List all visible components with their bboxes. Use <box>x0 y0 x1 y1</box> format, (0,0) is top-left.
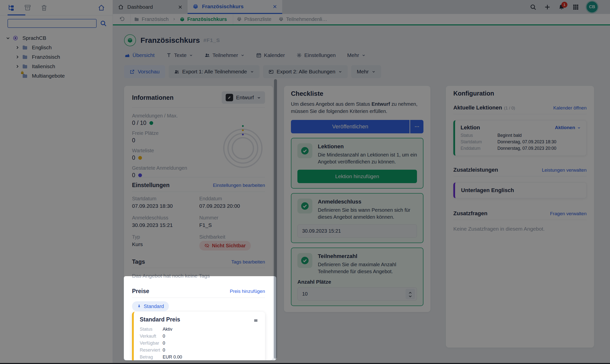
leistungen-verwalten-link[interactable]: Leistungen verwalten <box>542 167 587 173</box>
chevron-down-icon <box>250 70 254 74</box>
tab-kalender[interactable]: Kalender <box>256 52 285 58</box>
tree-item-label: Englisch <box>32 45 52 51</box>
lesson-title: Lektion <box>461 124 480 131</box>
global-search-button[interactable] <box>530 4 537 10</box>
trash-tab[interactable] <box>40 4 48 11</box>
chevron-down-icon <box>241 53 245 57</box>
stepper-down-icon[interactable] <box>408 294 412 297</box>
section-title: Tags <box>132 259 145 265</box>
text-icon <box>166 52 172 58</box>
print-link-praesenzliste[interactable]: Präsenzliste <box>237 16 271 22</box>
tab-texte[interactable]: Texte <box>166 52 193 58</box>
tab-label: Dashboard <box>127 4 174 10</box>
course-code: #F1_S <box>203 37 220 43</box>
add-button[interactable] <box>544 4 551 10</box>
close-icon[interactable] <box>178 5 183 9</box>
chevron-down-icon[interactable] <box>5 36 10 41</box>
price-details: StatusAktiv Verkauft0 Verfügbar0 Reservi… <box>140 327 259 360</box>
print-link-teilnehmendenliste[interactable]: Teilnehmendenli… <box>278 16 327 22</box>
tab-teilnehmer[interactable]: Teilnehmer <box>204 52 245 58</box>
tab-uebersicht[interactable]: Übersicht <box>125 52 155 58</box>
tab-mehr[interactable]: Mehr <box>347 52 366 58</box>
edit-tags-link[interactable]: Tags bearbeiten <box>231 259 265 265</box>
status-label: Entwurf <box>236 95 254 101</box>
vorschau-button[interactable]: Vorschau <box>124 65 165 78</box>
booking-card-icon <box>269 69 274 74</box>
tree-item-englisch[interactable]: Englisch <box>5 43 110 52</box>
chevron-down-icon <box>362 53 366 57</box>
active-tab-underline <box>7 14 25 15</box>
status-dropdown-button[interactable]: Entwurf <box>222 91 265 104</box>
sidebar-home-button[interactable] <box>98 4 105 11</box>
breadcrumb-label: Französischkurs <box>187 16 227 22</box>
tree-item-franzoesisch[interactable]: Französisch <box>5 52 110 62</box>
printer-icon <box>237 17 242 22</box>
veroeffentlichen-button[interactable]: Veröffentlichen <box>291 120 409 133</box>
item-title: Anmeldeschluss <box>318 199 417 205</box>
edit-settings-link[interactable]: Einstellungen bearbeiten <box>213 183 265 188</box>
stat-value: 0 <box>132 155 135 161</box>
breadcrumb-label: Französisch <box>142 16 169 22</box>
field-startdatum: Startdatum 07.09.2023 18:30 <box>132 196 199 209</box>
tree-item-italienisch[interactable]: Italienisch <box>5 62 110 71</box>
tree-item-label: Italienisch <box>32 63 55 69</box>
item-text: Definieren Sie bis wann Personen sich fü… <box>318 207 417 220</box>
divider <box>453 114 587 114</box>
history-back-icon[interactable] <box>119 16 125 22</box>
lektion-hinzufuegen-button[interactable]: Lektion hinzufügen <box>297 170 417 183</box>
anzahl-plaetze-input[interactable] <box>297 287 417 301</box>
search-input[interactable] <box>7 19 97 28</box>
drag-handle-icon[interactable] <box>253 317 259 324</box>
tab-dashboard[interactable]: Dashboard <box>113 0 188 14</box>
apps-grid-button[interactable] <box>572 4 579 10</box>
publish-more-button[interactable] <box>409 120 423 133</box>
chevron-right-icon[interactable] <box>15 64 20 69</box>
pencil-icon <box>226 94 233 101</box>
tree-view-tab[interactable] <box>7 4 15 11</box>
breadcrumb-current[interactable]: Französischkurs <box>180 16 227 22</box>
unterlagen-englisch-card[interactable]: Unterlagen Englisch <box>453 182 587 198</box>
search-button[interactable] <box>100 20 107 27</box>
add-price-link[interactable]: Preis hinzufügen <box>230 289 265 294</box>
close-icon[interactable] <box>272 4 277 9</box>
window-tab-bar: Dashboard Französischkurs 1 CB <box>113 0 610 14</box>
item-title: Lektionen <box>318 143 417 150</box>
export2-button[interactable]: Export 2: Alle Buchungen <box>263 65 348 78</box>
notification-badge: 1 <box>561 2 567 8</box>
chevron-right-icon[interactable] <box>15 54 20 59</box>
organization-icon <box>12 35 18 41</box>
button-label: Export 1: Alle Teilnehmende <box>182 69 247 75</box>
tab-einstellungen[interactable]: Einstellungen <box>296 52 336 58</box>
breadcrumb-divider <box>130 14 131 24</box>
tab-label: Texte <box>174 52 187 58</box>
tab-franzoesischkurs[interactable]: Französischkurs <box>188 0 282 14</box>
fragen-verwalten-link[interactable]: Fragen verwalten <box>550 211 587 216</box>
breadcrumb: Französisch Französischkurs Präsenzliste… <box>113 14 610 24</box>
breadcrumb-folder[interactable]: Französisch <box>134 16 169 22</box>
zusatzleistungen-section: Zusatzleistungen Leistungen verwalten Un… <box>453 167 587 198</box>
publish-split-button: Veröffentlichen <box>291 120 423 133</box>
item-title: Teilnehmerzahl <box>318 253 417 260</box>
tree-item-multiangebote[interactable]: Multiangebote <box>5 71 110 81</box>
anmeldeschluss-date-input[interactable] <box>297 224 417 238</box>
kalender-oeffnen-link[interactable]: Kalender öffnen <box>553 105 587 111</box>
button-label: Vorschau <box>138 69 160 75</box>
stat-label: Anmeldungen / Max. <box>132 113 265 119</box>
user-avatar[interactable]: CB <box>587 1 598 12</box>
sidebar: SprachCB Englisch Französisch Italienisc… <box>0 0 113 364</box>
external-link-icon <box>130 69 135 74</box>
tree-item-label: Französisch <box>32 54 60 60</box>
notifications-button[interactable]: 1 <box>558 4 565 10</box>
stepper-up-icon[interactable] <box>408 291 412 294</box>
lektion-card: Lektion Aktionen StatusBeginnt bald Star… <box>453 120 587 156</box>
export1-button[interactable]: Export 1: Alle Teilnehmende <box>169 65 260 78</box>
aktionen-dropdown[interactable]: Aktionen <box>555 125 581 130</box>
archive-tab[interactable] <box>24 4 31 11</box>
chevron-right-icon[interactable] <box>15 45 20 50</box>
mehr-button[interactable]: Mehr <box>351 65 381 78</box>
column-scrollbar[interactable] <box>274 79 277 359</box>
stat-value: 0 / 10 <box>132 120 146 126</box>
standard-price-pill[interactable]: Standard <box>132 301 169 311</box>
tree-root-sprachcb[interactable]: SprachCB <box>5 33 110 43</box>
check-circle-icon <box>300 202 309 210</box>
